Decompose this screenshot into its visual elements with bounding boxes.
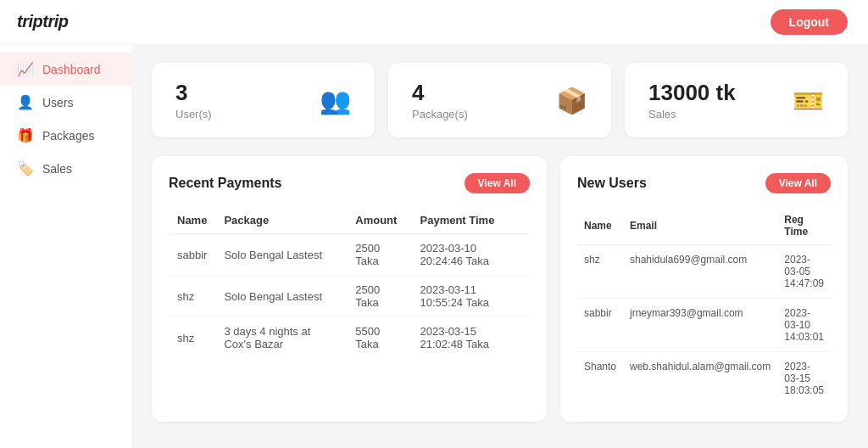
sidebar-item-label: Dashboard <box>42 63 101 76</box>
stat-icon-packages: 📦 <box>556 86 587 115</box>
sidebar-nav: 📈 Dashboard 👤 Users 🎁 Packages 🏷️ Sales <box>0 44 131 193</box>
payments-card: Recent Payments View All Name Package Am… <box>152 156 547 422</box>
user-email: jrneymar393@gmail.com <box>623 299 777 352</box>
dashboard-icon: 📈 <box>17 61 34 77</box>
stat-label-sales: Sales <box>648 108 736 120</box>
stat-icon-users: 👥 <box>320 86 351 115</box>
table-row: sabbir Solo Bengal Lastest 2500 Taka 202… <box>169 234 530 276</box>
payments-title: Recent Payments <box>169 176 281 191</box>
payments-view-all-button[interactable]: View All <box>465 173 530 193</box>
packages-icon: 🎁 <box>17 127 34 143</box>
sidebar-item-label: Packages <box>42 129 94 143</box>
stats-row: 3 User(s) 👥 4 Package(s) 📦 13000 tk Sale… <box>152 63 848 137</box>
user-email: shahidula699@gmail.com <box>623 245 777 299</box>
table-row: sabbir jrneymar393@gmail.com 2023-03-10 … <box>577 299 831 352</box>
header: Logout <box>131 0 868 44</box>
users-col-name: Name <box>577 207 623 245</box>
sidebar-item-users[interactable]: 👤 Users <box>0 86 131 119</box>
stat-card-sales: 13000 tk Sales 🎫 <box>625 63 848 137</box>
table-row: Shanto web.shahidul.alam@gmail.com 2023-… <box>577 352 831 406</box>
payment-amount: 2500 Taka <box>347 234 411 276</box>
table-row: shz 3 days 4 nights at Cox's Bazar 5500 … <box>169 317 530 359</box>
user-name: sabbir <box>577 299 623 352</box>
user-regtime: 2023-03-10 14:03:01 <box>777 299 831 352</box>
payment-amount: 2500 Taka <box>347 276 411 317</box>
content: 3 User(s) 👥 4 Package(s) 📦 13000 tk Sale… <box>131 44 868 448</box>
bottom-row: Recent Payments View All Name Package Am… <box>152 156 848 422</box>
stat-info-users: 3 User(s) <box>175 80 212 120</box>
stat-icon-sales: 🎫 <box>793 86 824 115</box>
payments-col-name: Name <box>169 207 215 234</box>
sidebar-item-label: Users <box>42 96 74 109</box>
stat-card-users: 3 User(s) 👥 <box>152 63 375 137</box>
payments-card-header: Recent Payments View All <box>169 173 530 193</box>
sidebar: triptrip 📈 Dashboard 👤 Users 🎁 Packages … <box>0 0 131 448</box>
payment-time: 2023-03-15 21:02:48 Taka <box>412 317 530 359</box>
sidebar-item-dashboard[interactable]: 📈 Dashboard <box>0 53 131 86</box>
stat-number-packages: 4 <box>412 80 468 106</box>
sidebar-item-label: Sales <box>42 162 72 176</box>
stat-number-sales: 13000 tk <box>648 80 736 106</box>
payment-name: sabbir <box>169 234 215 276</box>
user-regtime: 2023-03-15 18:03:05 <box>777 352 831 406</box>
stat-info-packages: 4 Package(s) <box>412 80 468 120</box>
payment-time: 2023-03-11 10:55:24 Taka <box>412 276 530 317</box>
payment-package: Solo Bengal Lastest <box>215 276 347 317</box>
user-email: web.shahidul.alam@gmail.com <box>623 352 777 406</box>
payment-name: shz <box>169 276 215 317</box>
user-name: Shanto <box>577 352 623 406</box>
stat-info-sales: 13000 tk Sales <box>648 80 736 120</box>
payment-time: 2023-03-10 20:24:46 Taka <box>412 234 530 276</box>
new-users-title: New Users <box>577 176 647 191</box>
table-row: shz shahidula699@gmail.com 2023-03-05 14… <box>577 245 831 299</box>
new-users-card-header: New Users View All <box>577 173 831 193</box>
users-col-email: Email <box>623 207 777 245</box>
table-row: shz Solo Bengal Lastest 2500 Taka 2023-0… <box>169 276 530 317</box>
users-icon: 👤 <box>17 94 34 110</box>
payment-name: shz <box>169 317 215 359</box>
payment-amount: 5500 Taka <box>347 317 411 359</box>
stat-number-users: 3 <box>175 80 212 106</box>
payment-package: 3 days 4 nights at Cox's Bazar <box>215 317 347 359</box>
app-logo: triptrip <box>0 0 131 44</box>
stat-label-packages: Package(s) <box>412 108 468 120</box>
logout-button[interactable]: Logout <box>771 9 848 35</box>
stat-card-packages: 4 Package(s) 📦 <box>388 63 611 137</box>
user-name: shz <box>577 245 623 299</box>
stat-label-users: User(s) <box>175 108 212 120</box>
sidebar-item-sales[interactable]: 🏷️ Sales <box>0 152 131 185</box>
main-area: Logout 3 User(s) 👥 4 Package(s) 📦 <box>131 0 868 448</box>
sidebar-item-packages[interactable]: 🎁 Packages <box>0 119 131 152</box>
payment-package: Solo Bengal Lastest <box>215 234 347 276</box>
payments-col-time: Payment Time <box>412 207 530 234</box>
payments-col-package: Package <box>215 207 347 234</box>
user-regtime: 2023-03-05 14:47:09 <box>777 245 831 299</box>
payments-col-amount: Amount <box>347 207 411 234</box>
new-users-card: New Users View All Name Email Reg Time s… <box>560 156 848 422</box>
new-users-table: Name Email Reg Time shz shahidula699@gma… <box>577 207 831 405</box>
payments-table: Name Package Amount Payment Time sabbir … <box>169 207 530 358</box>
new-users-view-all-button[interactable]: View All <box>765 173 831 193</box>
sales-icon: 🏷️ <box>17 160 34 176</box>
users-col-regtime: Reg Time <box>777 207 831 245</box>
